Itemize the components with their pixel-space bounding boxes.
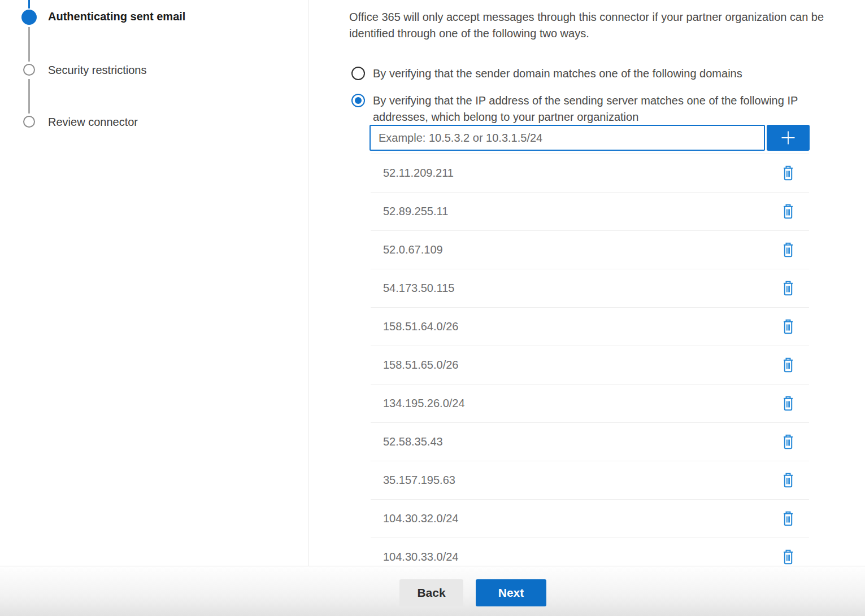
next-button[interactable]: Next (476, 579, 546, 606)
ip-address-input[interactable] (370, 125, 765, 151)
ip-address-value: 104.30.33.0/24 (383, 551, 458, 563)
trash-icon (781, 318, 795, 335)
radio-option-ip-address-label: By verifying that the IP address of the … (373, 93, 833, 125)
delete-ip-button[interactable] (780, 279, 797, 298)
ip-address-row: 54.173.50.115 (371, 269, 809, 308)
ip-address-row: 35.157.195.63 (371, 461, 809, 500)
step-circle-review-connector[interactable] (23, 116, 35, 128)
stepper-connector-completed (28, 0, 30, 8)
step-circle-security-restrictions[interactable] (23, 64, 35, 76)
step-label-review-connector[interactable]: Review connector (48, 116, 138, 129)
ip-address-row: 52.89.255.11 (371, 193, 809, 231)
ip-address-row: 134.195.26.0/24 (371, 385, 809, 423)
trash-icon (781, 357, 795, 373)
ip-address-row: 104.30.33.0/24 (371, 538, 809, 566)
stepper-connector (28, 27, 30, 62)
trash-icon (781, 549, 795, 565)
delete-ip-button[interactable] (780, 433, 797, 451)
trash-icon (781, 242, 795, 258)
trash-icon (781, 510, 795, 527)
trash-icon (781, 472, 795, 488)
ip-address-value: 134.195.26.0/24 (383, 397, 465, 410)
delete-ip-button[interactable] (780, 203, 797, 221)
trash-icon (781, 203, 795, 220)
ip-address-row: 104.30.32.0/24 (371, 500, 809, 538)
radio-unselected-icon[interactable] (351, 67, 365, 80)
stepper-connector (28, 79, 30, 113)
step-label-authenticating-sent-email[interactable]: Authenticating sent email (48, 10, 185, 23)
plus-icon (780, 129, 797, 146)
ip-address-value: 52.0.67.109 (383, 243, 443, 256)
ip-address-row: 52.58.35.43 (371, 423, 809, 461)
radio-option-sender-domain-label: By verifying that the sender domain matc… (373, 65, 742, 82)
intro-text: Office 365 will only accept messages thr… (349, 9, 865, 42)
delete-ip-button[interactable] (780, 471, 797, 490)
wizard-footer: Back Next (0, 566, 865, 616)
back-button[interactable]: Back (399, 579, 463, 606)
delete-ip-button[interactable] (780, 395, 797, 413)
radio-option-ip-address[interactable]: By verifying that the IP address of the … (351, 93, 849, 125)
trash-icon (781, 280, 795, 296)
ip-address-value: 52.89.255.11 (383, 205, 448, 218)
ip-address-value: 158.51.65.0/26 (383, 359, 458, 372)
delete-ip-button[interactable] (780, 318, 797, 336)
ip-address-value: 158.51.64.0/26 (383, 320, 458, 333)
delete-ip-button[interactable] (780, 356, 797, 374)
ip-address-row: 52.0.67.109 (371, 231, 809, 269)
trash-icon (781, 434, 795, 450)
ip-address-list: 52.11.209.211 52.89.255.11 (371, 154, 809, 566)
trash-icon (781, 165, 795, 181)
radio-selected-icon[interactable] (351, 94, 365, 107)
ip-address-row: 158.51.65.0/26 (371, 346, 809, 385)
ip-address-row: 158.51.64.0/26 (371, 308, 809, 346)
step-label-security-restrictions[interactable]: Security restrictions (48, 64, 147, 77)
delete-ip-button[interactable] (780, 510, 797, 528)
ip-address-value: 35.157.195.63 (383, 474, 455, 487)
ip-address-value: 54.173.50.115 (383, 282, 454, 295)
wizard-stepper-panel: Authenticating sent email Security restr… (0, 0, 308, 566)
ip-address-value: 52.58.35.43 (383, 435, 443, 448)
ip-address-row: 52.11.209.211 (371, 154, 809, 193)
radio-option-sender-domain[interactable]: By verifying that the sender domain matc… (351, 65, 849, 82)
ip-address-value: 52.11.209.211 (383, 167, 454, 180)
delete-ip-button[interactable] (780, 241, 797, 259)
step-current-dot (21, 10, 37, 25)
ip-address-value: 104.30.32.0/24 (383, 512, 458, 525)
delete-ip-button[interactable] (780, 164, 797, 182)
delete-ip-button[interactable] (780, 548, 797, 566)
trash-icon (781, 395, 795, 412)
add-ip-button[interactable] (767, 125, 810, 151)
